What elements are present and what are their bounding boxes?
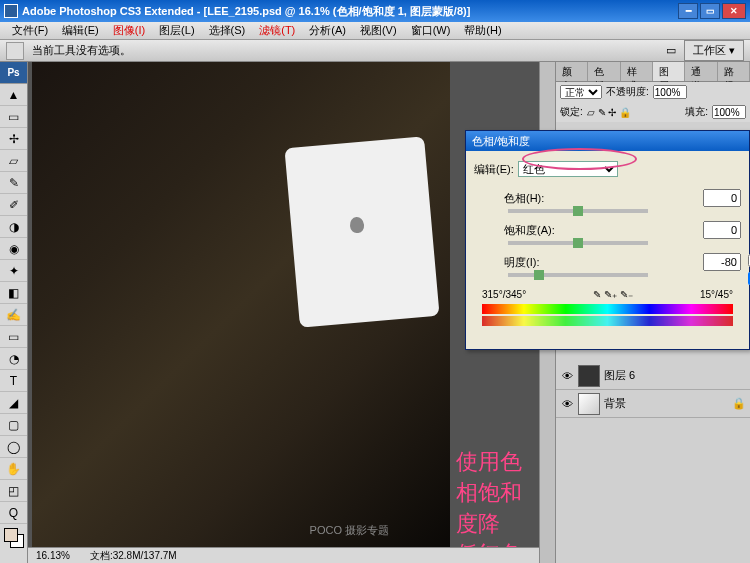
panel-tabs: 颜色色板样式图层通道路径 (556, 62, 750, 82)
menu-文件f[interactable]: 文件(F) (6, 22, 54, 39)
panel-tab-图层[interactable]: 图层 (653, 62, 685, 81)
canvas-area: 使用色相饱和度降低红色通道的明度 POCO 摄影专题 16.13% 文档:32.… (28, 62, 539, 563)
dialog-title: 色相/饱和度 (466, 131, 749, 151)
sat-slider[interactable] (508, 241, 648, 245)
color-strip-top[interactable] (482, 304, 733, 314)
layer-thumb[interactable] (578, 393, 600, 415)
menu-分析a[interactable]: 分析(A) (303, 22, 352, 39)
tool-3[interactable]: ▱ (0, 150, 27, 172)
edit-label: 编辑(E): (474, 162, 514, 177)
menu-图像i[interactable]: 图像(I) (107, 22, 151, 39)
lig-label: 明度(I): (504, 255, 556, 270)
minimize-button[interactable]: ━ (678, 3, 698, 19)
tool-preset-icon[interactable] (6, 42, 24, 60)
layer-options: 正常 不透明度: (556, 82, 750, 102)
tool-15[interactable]: ▢ (0, 414, 27, 436)
lock-icon: 🔒 (732, 397, 746, 410)
tool-12[interactable]: ◔ (0, 348, 27, 370)
tool-1[interactable]: ▭ (0, 106, 27, 128)
layer-name: 背景 (604, 396, 626, 411)
degree-row: 315°/345° ✎ ✎₊ ✎₋ 15°/45° (474, 285, 741, 302)
tool-11[interactable]: ▭ (0, 326, 27, 348)
eyedropper-tools[interactable]: ✎ ✎₊ ✎₋ (593, 289, 633, 300)
tool-8[interactable]: ✦ (0, 260, 27, 282)
zoom-value[interactable]: 16.13% (36, 550, 70, 561)
blend-mode-select[interactable]: 正常 (560, 85, 602, 99)
visibility-icon[interactable]: 👁 (560, 370, 574, 382)
tool-19[interactable]: Q (0, 502, 27, 524)
panel-tab-路径[interactable]: 路径 (718, 62, 750, 81)
sat-label: 饱和度(A): (504, 223, 556, 238)
opacity-label: 不透明度: (606, 85, 649, 99)
color-swatches[interactable] (4, 528, 23, 552)
visibility-icon[interactable]: 👁 (560, 398, 574, 410)
fg-color[interactable] (4, 528, 18, 542)
tool-6[interactable]: ◑ (0, 216, 27, 238)
options-bar: 当前工具没有选项。 ▭ 工作区 ▾ (0, 40, 750, 62)
panel-tab-色板[interactable]: 色板 (588, 62, 620, 81)
menubar: 文件(F)编辑(E)图像(I)图层(L)选择(S)滤镜(T)分析(A)视图(V)… (0, 22, 750, 40)
menu-滤镜t[interactable]: 滤镜(T) (253, 22, 301, 39)
lig-input[interactable] (703, 253, 741, 271)
fill-input[interactable] (712, 105, 746, 119)
options-message: 当前工具没有选项。 (32, 43, 131, 58)
opacity-input[interactable] (653, 85, 687, 99)
hue-saturation-dialog: 色相/饱和度 编辑(E): 红色 色相(H): 饱和度(A): 明度(I): 3… (465, 130, 750, 350)
layer-lock-row: 锁定: ▱ ✎ ✢ 🔒 填充: (556, 102, 750, 122)
screen-mode-icon[interactable]: ▭ (666, 44, 676, 57)
ps-logo: Ps (0, 62, 27, 84)
tool-10[interactable]: ✍ (0, 304, 27, 326)
hue-input[interactable] (703, 189, 741, 207)
menu-视图v[interactable]: 视图(V) (354, 22, 403, 39)
close-button[interactable]: ✕ (722, 3, 746, 19)
hue-slider[interactable] (508, 209, 648, 213)
tool-17[interactable]: ✋ (0, 458, 27, 480)
layer-row[interactable]: 👁图层 6 (556, 362, 750, 390)
hue-label: 色相(H): (504, 191, 556, 206)
menu-编辑e[interactable]: 编辑(E) (56, 22, 105, 39)
app-icon (4, 4, 18, 18)
watermark: POCO 摄影专题 (310, 523, 389, 538)
fill-label: 填充: (685, 105, 708, 119)
menu-选择s[interactable]: 选择(S) (203, 22, 252, 39)
color-strip-bottom[interactable] (482, 316, 733, 326)
tool-0[interactable]: ▲ (0, 84, 27, 106)
tool-7[interactable]: ◉ (0, 238, 27, 260)
toolbox: Ps ▲▭✢▱✎✐◑◉✦◧✍▭◔T◢▢◯✋◰Q (0, 62, 28, 563)
panel-tab-通道[interactable]: 通道 (685, 62, 717, 81)
tool-14[interactable]: ◢ (0, 392, 27, 414)
doc-size: 文档:32.8M/137.7M (90, 549, 177, 563)
titlebar: Adobe Photoshop CS3 Extended - [LEE_2195… (0, 0, 750, 22)
panel-tab-样式[interactable]: 样式 (621, 62, 653, 81)
layer-thumb[interactable] (578, 365, 600, 387)
sat-input[interactable] (703, 221, 741, 239)
maximize-button[interactable]: ▭ (700, 3, 720, 19)
panel-tab-颜色[interactable]: 颜色 (556, 62, 588, 81)
window-buttons: ━ ▭ ✕ (678, 3, 746, 19)
layer-row[interactable]: 👁背景🔒 (556, 390, 750, 418)
menu-图层l[interactable]: 图层(L) (153, 22, 200, 39)
edit-select[interactable]: 红色 (518, 161, 618, 177)
lock-label: 锁定: (560, 105, 583, 119)
workspace-button[interactable]: 工作区 ▾ (684, 40, 744, 61)
menu-帮助h[interactable]: 帮助(H) (458, 22, 507, 39)
tool-9[interactable]: ◧ (0, 282, 27, 304)
tool-5[interactable]: ✐ (0, 194, 27, 216)
tool-4[interactable]: ✎ (0, 172, 27, 194)
lig-slider[interactable] (508, 273, 648, 277)
edit-row: 编辑(E): 红色 (474, 161, 741, 177)
status-bar: 16.13% 文档:32.8M/137.7M (28, 547, 539, 563)
layer-name: 图层 6 (604, 368, 635, 383)
annotation-text: 使用色相饱和度降低红色通道的明度 (456, 447, 539, 563)
tool-13[interactable]: T (0, 370, 27, 392)
tool-2[interactable]: ✢ (0, 128, 27, 150)
menu-窗口w[interactable]: 窗口(W) (405, 22, 457, 39)
document-canvas[interactable] (32, 62, 450, 547)
lock-icons[interactable]: ▱ ✎ ✢ 🔒 (587, 107, 631, 118)
window-title: Adobe Photoshop CS3 Extended - [LEE_2195… (22, 4, 678, 19)
tool-16[interactable]: ◯ (0, 436, 27, 458)
tool-18[interactable]: ◰ (0, 480, 27, 502)
